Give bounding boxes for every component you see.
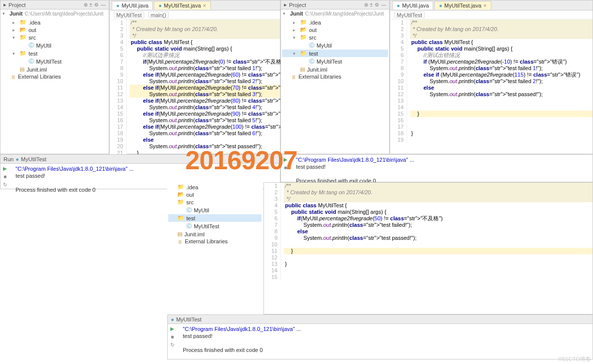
bc-class[interactable]: MyUtilTest [114, 12, 144, 18]
tree-item-out[interactable]: ▸📂out [282, 26, 388, 34]
code-line-9[interactable]: else if (MyUtil.percentage2fivegrade(115… [410, 72, 592, 78]
bc-class[interactable]: MyUtilTest [394, 12, 425, 18]
tree-item-external-libraries[interactable]: ⫼External Libraries [282, 73, 388, 80]
code-line-6[interactable]: if(MyUtil.percentage2fivegrade(50) != cl… [284, 215, 592, 222]
code-line-14[interactable] [410, 104, 592, 111]
tab-myutil[interactable]: ●MyUtil.java [392, 1, 433, 10]
code-line-17[interactable]: else if(MyUtil.percentage2fivegrade(100)… [130, 124, 280, 130]
console-output[interactable]: ▶ ■ ↻ "C:\Program Files\Java\jdk1.8.0_12… [168, 324, 592, 356]
code-line-12[interactable]: System.out.println(class="str">"test pas… [410, 91, 592, 98]
code-line-2[interactable]: * Created by Mr.tang on 2017/4/20. [284, 189, 592, 196]
code-line-3[interactable]: */ [284, 196, 592, 202]
tree-item-src[interactable]: ▾📁src [2, 34, 108, 41]
code-line-11[interactable]: else [410, 85, 592, 91]
tree-item--idea[interactable]: 📁.idea [168, 183, 261, 191]
tab-myutil[interactable]: ●MyUtil.java [112, 1, 153, 10]
tree-item-myutil[interactable]: ⒸMyUtil [2, 41, 108, 50]
play-icon[interactable]: ▶ [2, 165, 9, 172]
code-line-15[interactable]: } [410, 111, 592, 117]
hide-icon[interactable]: — [381, 2, 386, 8]
tree-item-myutil[interactable]: ⒸMyUtil [168, 206, 261, 214]
code-line-5[interactable]: public static void main(String[] args) { [410, 46, 592, 52]
play-icon[interactable]: ▶ [169, 325, 176, 332]
code-line-10[interactable]: System.out.println(class="str">"test fai… [130, 78, 280, 85]
code-line-19[interactable] [410, 137, 592, 143]
code-line-3[interactable]: */ [130, 33, 280, 39]
code-line-16[interactable] [410, 117, 592, 124]
project-tree[interactable]: 📁.idea📂out📁srcⒸMyUtil📁testⒸMyUtilTest▤Ju… [167, 182, 262, 246]
tree-item-junit-iml[interactable]: ▤Junit.iml [168, 230, 261, 238]
gear-icon[interactable]: ⚙ [375, 2, 379, 8]
code-line-16[interactable]: System.out.println(class="str">"test fai… [130, 117, 280, 124]
toggle-icon[interactable]: ± [370, 2, 373, 8]
tree-item-test[interactable]: ▾📁test [2, 50, 108, 57]
code-line-18[interactable]: } [410, 130, 592, 137]
project-root[interactable]: ▾ Junit C:\Users\Mr.tang\IdeaProjects\Ju… [1, 10, 109, 18]
tree-item-external-libraries[interactable]: ⫼External Libraries [168, 238, 261, 245]
toggle-icon[interactable]: ± [90, 2, 93, 8]
code-line-8[interactable]: System.out.println(class="str">"test fai… [410, 65, 592, 72]
code-line-6[interactable]: //测试边界情况 [130, 52, 280, 59]
code-line-7[interactable]: System.out.println(class="str">"test fai… [284, 222, 592, 228]
code-line-7[interactable]: if(MyUtil.percentage2fivegrade(0) != cla… [130, 59, 280, 65]
tree-item--idea[interactable]: ▸📁.idea [2, 19, 108, 26]
tree-item-src[interactable]: ▾📁src [282, 34, 388, 41]
code-line-5[interactable]: public static void main(String[] args) { [284, 209, 592, 215]
close-icon[interactable]: × [483, 3, 486, 9]
code-line-17[interactable] [410, 124, 592, 130]
code-line-8[interactable]: System.out.println(class="str">"test fai… [130, 65, 280, 72]
code-line-19[interactable]: else [130, 137, 280, 143]
code-editor[interactable]: 12345678910111213141516171819/** * Creat… [390, 20, 592, 154]
code-line-7[interactable]: if (MyUtil.percentage2fivegrade(-10) != … [410, 59, 592, 65]
code-line-1[interactable]: /** [410, 20, 592, 26]
hide-icon[interactable]: — [101, 2, 106, 8]
project-tree[interactable]: ▸📁.idea▸📂out▾📁srcⒸMyUtil▾📁testⒸMyUtilTes… [281, 18, 389, 81]
code-line-6[interactable]: //测试出错情况 [410, 52, 592, 59]
code-line-2[interactable]: * Created by Mr.tang on 2017/4/20. [410, 26, 592, 33]
code-line-13[interactable] [410, 98, 592, 104]
code-line-11[interactable]: else if(MyUtil.percentage2fivegrade(70) … [130, 85, 280, 91]
collapse-icon[interactable]: ⊕ [364, 2, 368, 8]
tree-item-myutiltest[interactable]: ⒸMyUtilTest [2, 57, 108, 66]
project-tree[interactable]: ▸📁.idea▸📂out▾📁srcⒸMyUtil▾📁testⒸMyUtilTes… [1, 18, 109, 81]
code-line-10[interactable]: System.out.println(class="str">"test fai… [410, 78, 592, 85]
tab-myutiltest[interactable]: ●MyUtilTest.java× [154, 1, 210, 10]
bc-method[interactable]: main() [148, 12, 169, 18]
code-line-9[interactable]: else if(MyUtil.percentage2fivegrade(60) … [130, 72, 280, 78]
code-line-5[interactable]: public static void main(String[] args) { [130, 46, 280, 52]
code-line-3[interactable]: */ [410, 33, 592, 39]
code-line-13[interactable]: } [284, 261, 592, 267]
collapse-icon[interactable]: ⊕ [84, 2, 88, 8]
stop-icon[interactable]: ■ [2, 173, 9, 180]
tree-item-junit-iml[interactable]: ▤Junit.iml [2, 66, 108, 73]
code-line-2[interactable]: * Created by Mr.tang on 2017/4/20. [130, 26, 280, 33]
tree-item--idea[interactable]: ▸📁.idea [282, 19, 388, 26]
tree-item-myutil[interactable]: ⒸMyUtil [282, 41, 388, 50]
tree-item-external-libraries[interactable]: ⫼External Libraries [2, 73, 108, 80]
restart-icon[interactable]: ↻ [2, 181, 9, 188]
code-line-14[interactable] [284, 267, 592, 274]
project-root[interactable]: ▾ Junit C:\Users\Mr.tang\IdeaProjects\Ju… [281, 10, 389, 18]
restart-icon[interactable]: ↻ [169, 341, 176, 348]
tree-item-test[interactable]: ▾📁test [282, 50, 388, 57]
code-line-12[interactable]: System.out.println(class="str">"test fai… [130, 91, 280, 98]
tree-item-src[interactable]: 📁src [168, 198, 261, 206]
code-line-1[interactable]: /** [284, 183, 592, 189]
code-line-12[interactable] [284, 254, 592, 261]
tree-item-out[interactable]: ▸📂out [2, 26, 108, 34]
code-line-10[interactable] [284, 241, 592, 248]
tree-item-myutiltest[interactable]: ⒸMyUtilTest [282, 57, 388, 66]
tree-item-junit-iml[interactable]: ▤Junit.iml [282, 66, 388, 73]
gear-icon[interactable]: ⚙ [94, 2, 99, 8]
code-line-13[interactable]: else if(MyUtil.percentage2fivegrade(80) … [130, 98, 280, 104]
close-icon[interactable]: × [203, 3, 206, 9]
code-line-18[interactable]: System.out.println(class="str">"test fai… [130, 130, 280, 137]
code-line-14[interactable]: System.out.println(class="str">"test fai… [130, 104, 280, 111]
stop-icon[interactable]: ■ [169, 333, 176, 340]
code-line-4[interactable]: public class MyUtilTest { [284, 202, 592, 209]
tree-item-test[interactable]: 📁test [168, 214, 261, 222]
tree-item-out[interactable]: 📂out [168, 191, 261, 198]
code-line-4[interactable]: public class MyUtilTest { [130, 39, 280, 46]
code-line-15[interactable] [284, 274, 592, 280]
tab-myutiltest[interactable]: ●MyUtilTest.java× [434, 1, 491, 10]
